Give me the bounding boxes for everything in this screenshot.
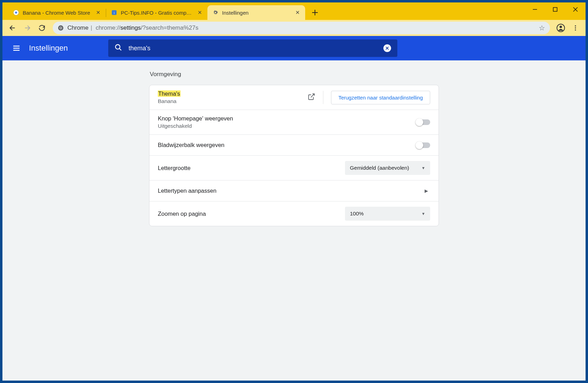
profile-button[interactable] xyxy=(554,21,567,35)
browser-tab[interactable]: Banana - Chrome Web Store ✕ xyxy=(8,5,106,20)
row-subtext: Uitgeschakeld xyxy=(158,123,416,129)
home-button-row: Knop 'Homepage' weergeven Uitgeschakeld xyxy=(149,110,439,135)
row-subtext: Banana xyxy=(158,98,308,104)
back-button[interactable] xyxy=(6,21,19,35)
page-zoom-row: Zoomen op pagina 100% ▼ xyxy=(149,201,439,226)
browser-tab[interactable]: i PC-Tips.INFO - Gratis computer t ✕ xyxy=(106,5,207,20)
close-icon[interactable]: ✕ xyxy=(95,10,101,15)
row-label: Knop 'Homepage' weergeven xyxy=(158,115,416,122)
svg-point-1 xyxy=(15,12,17,14)
row-label: Lettergrootte xyxy=(158,165,345,171)
tab-title: Instellingen xyxy=(222,10,292,16)
settings-header: Instellingen thema's ✕ xyxy=(2,36,586,60)
svg-text:i: i xyxy=(114,11,115,15)
browser-tab-active[interactable]: Instellingen ✕ xyxy=(207,5,305,20)
url-separator: | xyxy=(90,24,92,31)
tab-title: Banana - Chrome Web Store xyxy=(23,10,93,16)
close-icon[interactable]: ✕ xyxy=(295,10,300,15)
settings-content: Vormgeving Thema's Banana Terugzetten na… xyxy=(2,60,586,381)
new-tab-button[interactable] xyxy=(309,6,321,19)
tab-strip: Banana - Chrome Web Store ✕ i PC-Tips.IN… xyxy=(2,2,586,20)
svg-rect-5 xyxy=(553,8,557,12)
page-title: Instellingen xyxy=(29,44,68,53)
hamburger-menu-icon[interactable] xyxy=(12,44,21,52)
search-text: thema's xyxy=(128,45,383,52)
window-controls xyxy=(525,2,586,16)
external-link-icon[interactable] xyxy=(308,93,315,102)
favicon-icon: i xyxy=(111,9,117,16)
page-zoom-select[interactable]: 100% ▼ xyxy=(345,207,430,221)
row-label: Thema's xyxy=(158,90,308,97)
reload-button[interactable] xyxy=(35,21,49,35)
chrome-icon xyxy=(58,25,64,31)
chevron-down-icon: ▼ xyxy=(421,166,425,170)
select-value: Gemiddeld (aanbevolen) xyxy=(350,165,409,171)
font-size-select[interactable]: Gemiddeld (aanbevolen) ▼ xyxy=(345,161,430,175)
browser-toolbar: Chrome | chrome://settings/?search=thema… xyxy=(2,20,586,36)
bookmarks-bar-row: Bladwijzerbalk weergeven xyxy=(149,135,439,156)
minimize-button[interactable] xyxy=(525,2,545,16)
more-menu-button[interactable] xyxy=(569,21,582,35)
forward-button[interactable] xyxy=(21,21,34,35)
url-scheme-label: Chrome xyxy=(67,24,88,31)
divider xyxy=(323,91,323,104)
reset-theme-button[interactable]: Terugzetten naar standaardinstelling xyxy=(331,91,430,104)
themes-row[interactable]: Thema's Banana Terugzetten naar standaar… xyxy=(149,85,439,110)
maximize-button[interactable] xyxy=(545,2,565,16)
svg-point-10 xyxy=(560,26,562,28)
customize-fonts-row[interactable]: Lettertypen aanpassen ▶ xyxy=(149,181,439,201)
row-label: Lettertypen aanpassen xyxy=(158,187,425,194)
section-heading: Vormgeving xyxy=(149,71,439,78)
tab-title: PC-Tips.INFO - Gratis computer t xyxy=(121,10,194,16)
appearance-card: Thema's Banana Terugzetten naar standaar… xyxy=(149,85,439,226)
url-text: chrome://settings/?search=thema%27s xyxy=(96,24,198,31)
home-button-toggle[interactable] xyxy=(416,119,430,125)
search-icon xyxy=(115,44,122,53)
bookmark-star-icon[interactable]: ☆ xyxy=(539,24,545,32)
chevron-down-icon: ▼ xyxy=(421,212,425,216)
svg-point-11 xyxy=(575,25,576,27)
svg-point-13 xyxy=(575,29,576,30)
favicon-icon xyxy=(13,9,19,16)
close-icon[interactable]: ✕ xyxy=(197,10,203,15)
svg-point-8 xyxy=(60,27,62,29)
svg-point-12 xyxy=(575,27,576,28)
row-label: Bladwijzerbalk weergeven xyxy=(158,142,416,148)
bookmarks-bar-toggle[interactable] xyxy=(416,142,430,148)
clear-search-icon[interactable]: ✕ xyxy=(383,44,391,52)
address-bar[interactable]: Chrome | chrome://settings/?search=thema… xyxy=(53,22,550,34)
gear-icon xyxy=(212,9,219,16)
close-window-button[interactable] xyxy=(565,2,586,16)
row-label: Zoomen op pagina xyxy=(158,211,345,217)
svg-point-17 xyxy=(116,45,120,49)
settings-search-input[interactable]: thema's ✕ xyxy=(108,39,397,57)
font-size-row: Lettergrootte Gemiddeld (aanbevolen) ▼ xyxy=(149,156,439,181)
chevron-right-icon: ▶ xyxy=(425,188,428,193)
svg-line-18 xyxy=(119,49,122,51)
select-value: 100% xyxy=(350,211,364,217)
